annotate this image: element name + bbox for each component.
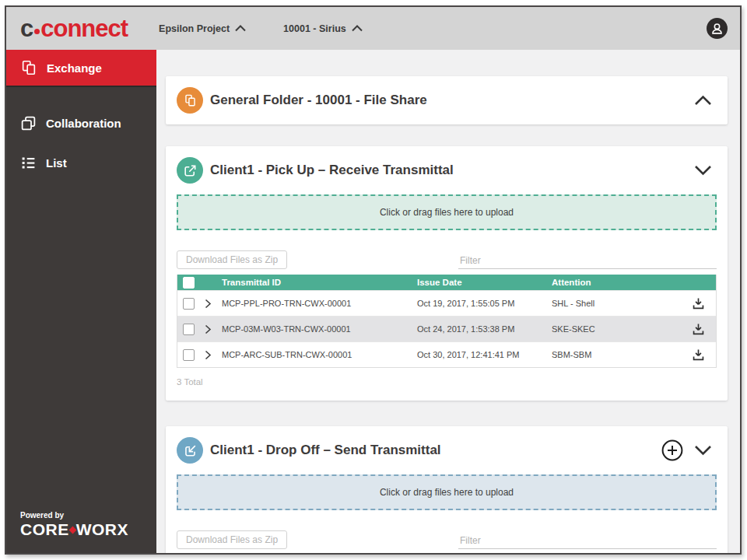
sidebar-item-label: Exchange — [47, 61, 102, 75]
expand-chevron-down-icon[interactable] — [694, 165, 712, 176]
file-share-icon — [183, 93, 198, 108]
cell-issue-date: Oct 30, 2017, 12:41:41 PM — [417, 350, 552, 359]
exchange-documents-icon — [20, 59, 37, 76]
table-header-row: Transmittal ID Issue Date Attention — [177, 275, 716, 290]
sidebar-item-collaboration[interactable]: Collaboration — [6, 106, 156, 140]
row-checkbox[interactable] — [183, 349, 195, 361]
project-dropdown-label: Epsilon Project — [159, 23, 230, 34]
upload-dropzone-drop-off[interactable]: Click or drag files here to upload — [177, 474, 717, 510]
select-all-checkbox[interactable] — [183, 277, 195, 289]
cell-transmittal-id: MCP-03M-W03-TRN-CWX-00001 — [222, 324, 417, 334]
pick-up-export-icon — [183, 163, 198, 178]
table-row[interactable]: MCP-ARC-SUB-TRN-CWX-00001 Oct 30, 2017, … — [177, 341, 716, 367]
app-window: cconnect Epsilon Project 10001 - Sirius — [5, 5, 742, 555]
expand-row-chevron-icon[interactable] — [205, 299, 212, 309]
cell-attention: SKE-SKEC — [552, 324, 682, 334]
filter-input[interactable] — [458, 253, 717, 269]
app-logo[interactable]: cconnect — [20, 16, 128, 40]
coreworx-logo-right: WORX — [76, 520, 128, 539]
upload-dropzone-text: Click or drag files here to upload — [380, 487, 514, 498]
row-checkbox[interactable] — [183, 324, 195, 335]
table-row[interactable]: MCP-PPL-PRO-TRN-CWX-00001 Oct 19, 2017, … — [177, 290, 716, 316]
cell-attention: SBM-SBM — [552, 350, 682, 359]
download-icon[interactable] — [691, 348, 706, 362]
sidebar-item-label: List — [46, 156, 67, 170]
cell-transmittal-id: MCP-ARC-SUB-TRN-CWX-00001 — [222, 350, 417, 359]
download-zip-button[interactable]: Download Files as Zip — [177, 530, 287, 549]
sidebar-item-label: Collaboration — [46, 117, 121, 130]
row-checkbox[interactable] — [183, 298, 195, 310]
general-folder-badge — [177, 87, 203, 114]
add-transmittal-button[interactable] — [661, 439, 683, 461]
drop-off-import-icon — [183, 443, 198, 458]
list-icon — [20, 155, 37, 171]
coreworx-logo: COREWORX — [20, 520, 128, 539]
sidebar-item-exchange[interactable]: Exchange — [6, 50, 156, 87]
expand-chevron-down-icon[interactable] — [694, 445, 712, 456]
panel-drop-off: Client1 - Drop Off – Send Transmittal Cl… — [166, 426, 728, 553]
column-header-issue-date: Issue Date — [417, 278, 552, 287]
expand-row-chevron-icon[interactable] — [205, 350, 212, 360]
upload-dropzone-pick-up[interactable]: Click or drag files here to upload — [177, 194, 717, 230]
filter-input[interactable] — [458, 533, 717, 549]
cell-transmittal-id: MCP-PPL-PRO-TRN-CWX-00001 — [222, 299, 417, 308]
project-dropdown[interactable]: Epsilon Project — [159, 23, 246, 34]
download-icon[interactable] — [691, 296, 706, 311]
context-dropdown-label: 10001 - Sirius — [283, 23, 346, 34]
download-zip-button[interactable]: Download Files as Zip — [177, 250, 287, 269]
table-total-count: 3 Total — [177, 377, 717, 401]
coreworx-diamond-icon — [68, 526, 76, 534]
collaboration-icon — [20, 115, 37, 131]
panel-pick-up: Client1 - Pick Up – Receive Transmittal … — [166, 146, 728, 401]
cell-issue-date: Oct 19, 2017, 1:55:05 PM — [417, 299, 552, 308]
powered-by-label: Powered by — [20, 511, 128, 520]
logo-text-first: c — [20, 16, 33, 40]
panel-title: General Folder - 10001 - File Share — [210, 93, 427, 108]
collapse-chevron-up-icon[interactable] — [694, 95, 712, 106]
transmittal-table: Transmittal ID Issue Date Attention MCP-… — [177, 275, 717, 368]
user-icon — [710, 21, 724, 36]
chevron-up-icon — [235, 25, 246, 32]
table-row[interactable]: MCP-03M-W03-TRN-CWX-00001 Oct 24, 2017, … — [177, 316, 716, 341]
pick-up-badge — [177, 157, 203, 184]
logo-text-rest: connect — [40, 16, 128, 40]
sidebar-nav: Exchange Collaboration List Powered by — [6, 50, 156, 553]
expand-row-chevron-icon[interactable] — [205, 324, 212, 334]
column-header-attention: Attention — [552, 278, 682, 287]
cell-attention: SHL - Shell — [552, 299, 682, 308]
panel-title: Client1 - Pick Up – Receive Transmittal — [210, 163, 454, 178]
drop-off-badge — [177, 437, 203, 464]
upload-dropzone-text: Click or drag files here to upload — [380, 207, 514, 218]
cell-issue-date: Oct 24, 2017, 1:53:38 PM — [417, 324, 552, 334]
powered-by-branding: Powered by COREWORX — [20, 511, 128, 539]
logo-dot-icon — [34, 29, 40, 34]
top-header: cconnect Epsilon Project 10001 - Sirius — [6, 7, 740, 50]
panel-general-folder: General Folder - 10001 - File Share — [166, 76, 728, 124]
download-icon[interactable] — [691, 322, 706, 337]
context-dropdown[interactable]: 10001 - Sirius — [283, 23, 363, 34]
main-content: General Folder - 10001 - File Share — [156, 50, 740, 553]
column-header-transmittal-id: Transmittal ID — [222, 278, 417, 287]
sidebar-item-list[interactable]: List — [6, 145, 156, 180]
chevron-up-icon — [352, 25, 363, 32]
coreworx-logo-left: CORE — [20, 520, 69, 539]
user-avatar-button[interactable] — [707, 18, 728, 39]
panel-title: Client1 - Drop Off – Send Transmittal — [210, 443, 441, 458]
